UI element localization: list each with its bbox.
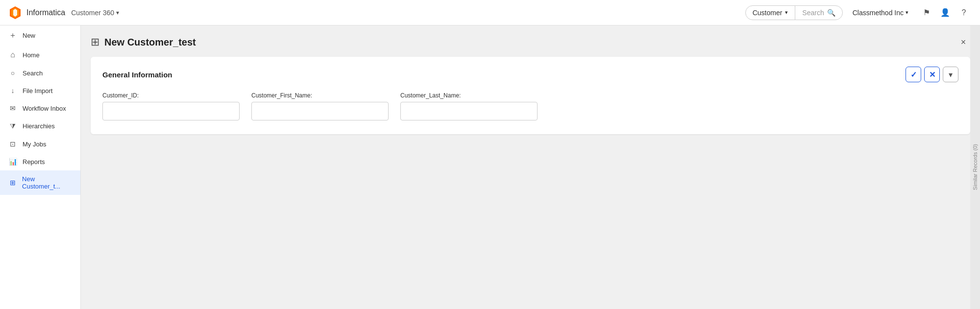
informatica-logo-icon (8, 5, 23, 20)
similar-records-label: Similar Records (0) (972, 144, 978, 190)
page-close-button[interactable]: × (956, 35, 970, 49)
page-title: New Customer_test (104, 37, 196, 48)
sidebar-item-hierarchies[interactable]: ⧩ Hierarchies (0, 117, 80, 135)
customer-first-name-field: Customer_First_Name: (251, 92, 389, 120)
sidebar-item-reports[interactable]: 📊 Reports (0, 153, 80, 170)
company-selector[interactable]: Classmethod Inc ▾ (849, 7, 912, 19)
sidebar-item-new[interactable]: ＋ New (0, 25, 80, 46)
sidebar-item-reports-label: Reports (23, 158, 45, 166)
header-search-placeholder: Search (802, 9, 824, 17)
page-header: ⊞ New Customer_test × (91, 35, 970, 49)
customer-dropdown-label: Customer (753, 9, 783, 17)
section-title: General Information (102, 71, 906, 79)
workflow-icon: ✉ (8, 104, 18, 112)
svg-marker-2 (13, 9, 17, 17)
sidebar-item-new-customer-label: New Customer_t... (22, 175, 73, 190)
close-icon: × (961, 37, 966, 48)
customer-last-name-field: Customer_Last_Name: (400, 92, 538, 120)
subtitle-chevron-icon: ▾ (116, 9, 119, 16)
home-icon: ⌂ (8, 50, 18, 59)
customer-last-name-label: Customer_Last_Name: (400, 92, 538, 99)
sidebar-item-jobs-label: My Jobs (23, 141, 46, 148)
customer-first-name-input[interactable] (251, 102, 389, 120)
help-icon: ? (962, 8, 966, 17)
sidebar-item-new-label: New (23, 32, 35, 39)
form-fields: Customer_ID: Customer_First_Name: Custom… (102, 92, 958, 120)
app-header: Informatica Customer 360 ▾ Customer ▾ Se… (0, 0, 980, 25)
header-icons-group: ⚑ 👤 ? (918, 4, 972, 21)
section-actions: ✓ ✕ ▾ (906, 67, 958, 82)
hierarchies-icon: ⧩ (8, 122, 18, 130)
sidebar-item-home[interactable]: ⌂ Home (0, 46, 80, 64)
company-chevron-icon: ▾ (906, 9, 908, 16)
checkmark-icon: ✓ (910, 70, 917, 79)
header-search-box[interactable]: Search 🔍 (795, 6, 842, 20)
main-content: ⊞ New Customer_test × General Informatio… (81, 25, 980, 309)
sidebar-item-my-jobs[interactable]: ⊡ My Jobs (0, 135, 80, 153)
customer-dropdown[interactable]: Customer ▾ (746, 6, 796, 20)
plus-icon: ＋ (8, 30, 18, 41)
expand-chevron-icon: ▾ (949, 70, 953, 79)
jobs-icon: ⊡ (8, 140, 18, 148)
customer-dropdown-chevron-icon: ▾ (785, 9, 788, 16)
reports-icon: 📊 (8, 158, 18, 166)
sidebar-item-file-import-label: File Import (23, 87, 52, 95)
logo-area: Informatica (8, 5, 65, 20)
general-info-section: General Information ✓ ✕ ▾ (91, 57, 970, 134)
expand-section-button[interactable]: ▾ (943, 67, 958, 82)
sidebar-item-workflow-label: Workflow Inbox (23, 105, 66, 112)
sidebar-item-hierarchies-label: Hierarchies (23, 122, 55, 130)
page-container: ⊞ New Customer_test × General Informatio… (81, 25, 980, 144)
app-body: ＋ New ⌂ Home ○ Search ↓ File Import ✉ Wo… (0, 25, 980, 309)
section-header: General Information ✓ ✕ ▾ (102, 67, 958, 82)
sidebar-item-workflow-inbox[interactable]: ✉ Workflow Inbox (0, 99, 80, 117)
confirm-section-button[interactable]: ✓ (906, 67, 921, 82)
app-subtitle[interactable]: Customer 360 ▾ (71, 9, 119, 17)
sidebar-item-search-label: Search (23, 70, 43, 77)
notifications-button[interactable]: ⚑ (918, 4, 935, 21)
sidebar-item-new-customer[interactable]: ⊞ New Customer_t... (0, 170, 80, 195)
header-search-group: Customer ▾ Search 🔍 (745, 5, 843, 20)
user-profile-button[interactable]: 👤 (937, 4, 954, 21)
customer-id-label: Customer_ID: (102, 92, 240, 99)
search-nav-icon: ○ (8, 69, 18, 77)
customer-first-name-label: Customer_First_Name: (251, 92, 389, 99)
similar-records-panel[interactable]: Similar Records (0) (970, 25, 980, 309)
customer-last-name-input[interactable] (400, 102, 538, 120)
new-customer-icon: ⊞ (8, 179, 17, 187)
search-icon: 🔍 (827, 9, 835, 17)
user-icon: 👤 (940, 8, 950, 17)
app-brand: Informatica (26, 8, 65, 17)
x-icon: ✕ (929, 70, 935, 79)
sidebar-item-file-import[interactable]: ↓ File Import (0, 82, 80, 99)
sidebar: ＋ New ⌂ Home ○ Search ↓ File Import ✉ Wo… (0, 25, 81, 309)
company-label: Classmethod Inc (853, 9, 904, 17)
customer-id-field: Customer_ID: (102, 92, 240, 120)
sidebar-item-home-label: Home (23, 51, 40, 59)
help-button[interactable]: ? (956, 4, 972, 21)
cancel-section-button[interactable]: ✕ (924, 67, 940, 82)
customer-id-input[interactable] (102, 102, 240, 120)
page-header-icon: ⊞ (91, 36, 99, 48)
flag-icon: ⚑ (923, 8, 930, 17)
sidebar-item-search[interactable]: ○ Search (0, 64, 80, 82)
file-import-icon: ↓ (8, 87, 18, 95)
